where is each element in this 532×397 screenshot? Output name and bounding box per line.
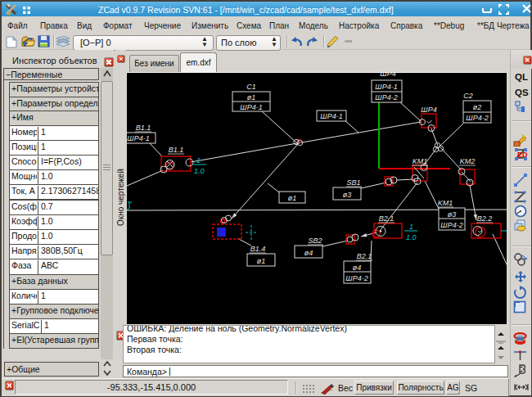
svg-text:C1: C1 bbox=[246, 83, 256, 91]
svg-text:B2.2: B2.2 bbox=[477, 214, 493, 223]
svg-text:B2.1: B2.1 bbox=[357, 252, 372, 260]
svg-text:B1.4: B1.4 bbox=[250, 245, 266, 253]
svg-text:ø4: ø4 bbox=[353, 264, 362, 272]
svg-text:KM2: KM2 bbox=[460, 157, 476, 165]
svg-text:ШР4-2: ШР4-2 bbox=[466, 114, 488, 122]
svg-text:B1.1: B1.1 bbox=[136, 124, 151, 132]
svg-text:ø3: ø3 bbox=[343, 191, 352, 199]
svg-text:ШР4-1: ШР4-1 bbox=[127, 134, 149, 142]
svg-text:ø1: ø1 bbox=[247, 93, 256, 102]
svg-text:1.0: 1.0 bbox=[194, 167, 205, 175]
svg-text:B2.1: B2.1 bbox=[379, 214, 394, 223]
svg-text:ШР4-2: ШР4-2 bbox=[375, 93, 397, 102]
svg-text:B1.1: B1.1 bbox=[169, 146, 184, 154]
svg-text:ШР4-1: ШР4-1 bbox=[320, 112, 342, 120]
svg-text:ШР4-1: ШР4-1 bbox=[240, 103, 262, 111]
svg-text:ШР4-2: ШР4-2 bbox=[440, 221, 462, 229]
svg-text:ШР4-2: ШР4-2 bbox=[345, 274, 367, 282]
svg-text:KM1: KM1 bbox=[438, 199, 453, 207]
svg-text:ø1: ø1 bbox=[288, 194, 297, 202]
svg-text:ø4: ø4 bbox=[304, 249, 313, 257]
svg-text:ШР4: ШР4 bbox=[380, 73, 395, 78]
svg-text:SB2: SB2 bbox=[308, 237, 322, 245]
svg-text:KM1: KM1 bbox=[413, 157, 428, 165]
svg-text:1: 1 bbox=[196, 156, 201, 165]
svg-text:C2: C2 bbox=[463, 92, 473, 100]
svg-text:ШР4-1: ШР4-1 bbox=[375, 83, 397, 91]
svg-text:1.0: 1.0 bbox=[406, 233, 417, 241]
svg-text:ø2: ø2 bbox=[473, 103, 482, 111]
svg-text:ø1: ø1 bbox=[257, 257, 266, 265]
svg-text:1: 1 bbox=[409, 223, 413, 231]
svg-text:ED: ED bbox=[517, 151, 528, 159]
svg-text:ШР4: ШР4 bbox=[421, 106, 436, 114]
svg-text:ø3: ø3 bbox=[448, 210, 457, 219]
svg-text:SB1: SB1 bbox=[346, 178, 360, 187]
